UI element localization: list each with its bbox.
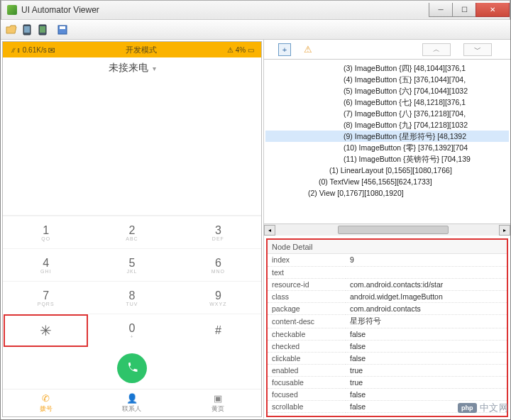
nav-icon: ✆: [42, 393, 50, 404]
tree-row[interactable]: (2) View [0,1767][1080,1920]: [265, 187, 509, 199]
watermark-text: 中文网: [480, 402, 509, 414]
key-7[interactable]: 7PQRS: [3, 281, 89, 314]
phone-icon: [125, 361, 139, 375]
horizontal-scrollbar[interactable]: ◂ ▸: [264, 223, 510, 236]
close-button[interactable]: ✕: [476, 3, 510, 17]
detail-row[interactable]: focusedfalse: [268, 388, 507, 400]
key-0[interactable]: 0+: [89, 314, 175, 346]
tree-row[interactable]: (6) ImageButton {七} [48,1218][376,1: [265, 96, 509, 108]
status-center: 开发模式: [126, 45, 157, 55]
scroll-thumb[interactable]: [338, 226, 449, 234]
phone-screenshot[interactable]: ⫽⫾ 0.61K/s ✉ 开发模式 ⚠ 4% ▭ 未接来电 ▾ 1QO2ABC3…: [2, 41, 262, 417]
detail-key: checkable: [268, 328, 346, 340]
detail-key: scrollable: [268, 400, 346, 412]
nav-pages[interactable]: ▣黄页: [175, 389, 261, 416]
expand-all-button[interactable]: +: [278, 43, 291, 56]
detail-row[interactable]: index9: [268, 254, 507, 266]
key-9[interactable]: 9WXYZ: [175, 281, 261, 314]
call-button[interactable]: [117, 353, 147, 383]
scroll-right-icon[interactable]: ▸: [499, 225, 510, 236]
detail-key: class: [268, 290, 346, 302]
screenshot-panel: ⫽⫾ 0.61K/s ✉ 开发模式 ⚠ 4% ▭ 未接来电 ▾ 1QO2ABC3…: [1, 40, 263, 419]
detail-row[interactable]: focusabletrue: [268, 376, 507, 388]
minimize-button[interactable]: ─: [429, 3, 453, 17]
hierarchy-tree[interactable]: (3) ImageButton {四} [48,1044][376,1(4) I…: [264, 60, 510, 223]
detail-key: focusable: [268, 376, 346, 388]
detail-value: 星形符号: [346, 314, 507, 328]
detail-row[interactable]: text: [268, 266, 507, 278]
detail-value: com.android.contacts: [346, 302, 507, 314]
key-5[interactable]: 5JKL: [89, 248, 175, 281]
node-detail-panel: Node Detail index9textresource-idcom.and…: [266, 238, 508, 417]
key-2[interactable]: 2ABC: [89, 216, 175, 248]
status-left: ⫽⫾ 0.61K/s ✉: [10, 46, 55, 54]
call-log-header[interactable]: 未接来电 ▾: [3, 57, 261, 79]
svg-rect-3: [40, 26, 45, 33]
save-icon[interactable]: [56, 23, 69, 36]
prev-button[interactable]: ︿: [422, 43, 451, 56]
detail-value: 9: [346, 254, 507, 266]
open-icon[interactable]: [5, 23, 18, 36]
window-controls: ─ ☐ ✕: [429, 3, 510, 17]
title-bar[interactable]: UI Automator Viewer ─ ☐ ✕: [1, 0, 510, 20]
tree-row[interactable]: (9) ImageButton {星形符号} [48,1392: [265, 131, 509, 142]
tree-row[interactable]: (3) ImageButton {四} [48,1044][376,1: [265, 62, 509, 74]
tree-row[interactable]: (1) LinearLayout [0,1565][1080,1766]: [265, 165, 509, 176]
main-window: UI Automator Viewer ─ ☐ ✕ ⫽⫾ 0.61K/s ✉ 开…: [0, 0, 511, 420]
tree-row[interactable]: (11) ImageButton {英镑符号} [704,139: [265, 153, 509, 165]
detail-key: enabled: [268, 364, 346, 376]
detail-key: focused: [268, 388, 346, 400]
detail-row[interactable]: packagecom.android.contacts: [268, 302, 507, 314]
tree-row[interactable]: (10) ImageButton {零} [376,1392][704: [265, 142, 509, 153]
detail-row[interactable]: classandroid.widget.ImageButton: [268, 290, 507, 302]
nav-contacts[interactable]: 👤联系人: [89, 389, 175, 416]
key-1[interactable]: 1QO: [3, 216, 89, 248]
tree-row[interactable]: (7) ImageButton {八} [376,1218][704,: [265, 108, 509, 119]
nav-icon: 👤: [126, 393, 138, 404]
detail-row[interactable]: checkedfalse: [268, 340, 507, 352]
detail-row[interactable]: resource-idcom.android.contacts:id/star: [268, 278, 507, 290]
detail-value: false: [346, 340, 507, 352]
detail-row[interactable]: content-desc星形符号: [268, 314, 507, 328]
detail-row[interactable]: clickablefalse: [268, 352, 507, 364]
detail-value: false: [346, 328, 507, 340]
header-text: 未接来电: [109, 62, 148, 74]
detail-row[interactable]: checkablefalse: [268, 328, 507, 340]
nav-dial[interactable]: ✆拨号: [3, 389, 89, 416]
detail-header: Node Detail: [268, 240, 507, 254]
tree-toolbar: + ⚠ ︿ ﹀: [264, 40, 510, 60]
key-4[interactable]: 4GHI: [3, 248, 89, 281]
call-log-list[interactable]: [3, 79, 261, 215]
watermark-logo: php: [458, 403, 477, 413]
detail-value: android.widget.ImageButton: [346, 290, 507, 302]
detail-key: long-clickable: [268, 412, 346, 417]
warning-icon[interactable]: ⚠: [304, 44, 312, 55]
key-star[interactable]: ✳: [4, 314, 88, 347]
device-dump-icon[interactable]: [36, 23, 49, 36]
dial-keypad: 1QO2ABC3DEF4GHI5JKL6MNO7PQRS8TUV9WXYZ✳0+…: [3, 215, 261, 348]
status-bar: ⫽⫾ 0.61K/s ✉ 开发模式 ⚠ 4% ▭: [3, 42, 261, 57]
key-hash[interactable]: #: [175, 314, 261, 346]
detail-table: index9textresource-idcom.android.contact…: [268, 254, 507, 417]
key-3[interactable]: 3DEF: [175, 216, 261, 248]
status-right: ⚠ 4% ▭: [227, 46, 254, 54]
watermark: php 中文网: [458, 402, 508, 414]
tree-row[interactable]: (8) ImageButton {九} [704,1218][1032: [265, 119, 509, 131]
detail-value: com.android.contacts:id/star: [346, 278, 507, 290]
next-button[interactable]: ﹀: [463, 43, 492, 56]
nav-icon: ▣: [214, 393, 222, 404]
tree-row[interactable]: (5) ImageButton {六} [704,1044][1032: [265, 85, 509, 96]
key-6[interactable]: 6MNO: [175, 248, 261, 281]
scroll-left-icon[interactable]: ◂: [264, 225, 275, 236]
detail-key: package: [268, 302, 346, 314]
tree-row[interactable]: (4) ImageButton {五} [376,1044][704,: [265, 74, 509, 85]
detail-row[interactable]: enabledtrue: [268, 364, 507, 376]
detail-key: index: [268, 254, 346, 266]
detail-value: true: [346, 364, 507, 376]
maximize-button[interactable]: ☐: [452, 3, 476, 17]
content-area: ⫽⫾ 0.61K/s ✉ 开发模式 ⚠ 4% ▭ 未接来电 ▾ 1QO2ABC3…: [1, 40, 510, 419]
key-8[interactable]: 8TUV: [89, 281, 175, 314]
tree-row[interactable]: (0) TextView [456,1565][624,1733]: [265, 176, 509, 187]
detail-value: false: [346, 388, 507, 400]
device-screenshot-icon[interactable]: [21, 23, 33, 36]
